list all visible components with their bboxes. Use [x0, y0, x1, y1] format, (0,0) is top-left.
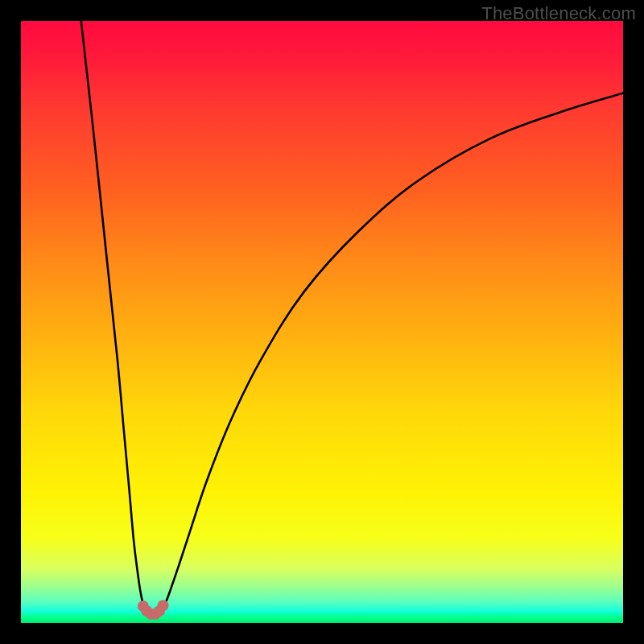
curve-left-branch [81, 21, 147, 614]
curve-series-group [81, 21, 623, 614]
marker-cluster-group [138, 600, 169, 619]
chart-container: TheBottleneck.com [0, 0, 644, 644]
curve-layer [21, 21, 623, 623]
curve-right-branch [159, 93, 623, 614]
marker-dot-5 [158, 600, 169, 611]
plot-area [21, 21, 623, 623]
